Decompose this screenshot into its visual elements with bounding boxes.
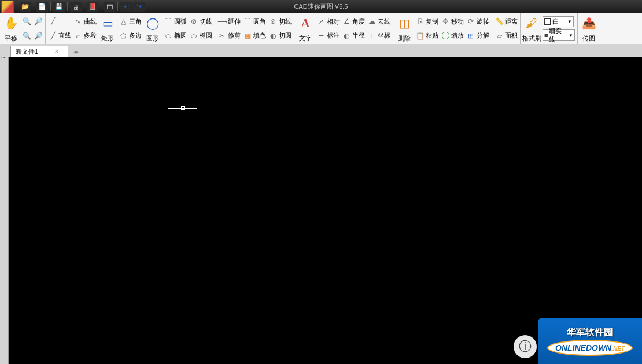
- line-label-button[interactable]: ╱直线: [47, 29, 72, 43]
- coord-button[interactable]: ⊥坐标: [366, 29, 392, 43]
- line-icon2: ╱: [48, 31, 57, 40]
- add-tab-icon[interactable]: ✦: [71, 48, 82, 57]
- watermark-badge: 华军软件园 ONLINEDOWN.NET: [538, 318, 642, 364]
- app-logo[interactable]: [1, 1, 14, 13]
- new-icon[interactable]: 📄: [36, 2, 48, 12]
- mark-button[interactable]: ⊢标注: [315, 29, 341, 43]
- lineweight-select[interactable]: ≡ 细实线 ▼: [543, 29, 575, 41]
- measure-group: 📏距离 ▱面积: [492, 13, 521, 44]
- tangent2-button[interactable]: ⊘切线: [267, 14, 293, 28]
- ellipse-icon: ⬭: [164, 31, 173, 40]
- fill-icon: ▦: [243, 31, 252, 40]
- zoom-out-icon: 🔎: [34, 17, 43, 26]
- zoom-in-button[interactable]: 🔍: [21, 14, 32, 28]
- circle-button[interactable]: ◯ 圆形: [143, 14, 163, 43]
- brush-icon: 🖌: [523, 15, 540, 31]
- radius-button[interactable]: ◐半径: [341, 29, 366, 43]
- paste-button[interactable]: 📋粘贴: [414, 29, 440, 43]
- decompose-icon: ⊞: [466, 31, 475, 40]
- export-icon[interactable]: 📕: [87, 2, 98, 12]
- transfer-icon: 📤: [581, 15, 597, 31]
- color-select[interactable]: 白 ▼: [543, 16, 574, 27]
- rect-icon: ▭: [99, 15, 116, 31]
- line-button[interactable]: ╱: [47, 14, 72, 28]
- copy-button[interactable]: ⎘复制: [414, 14, 440, 28]
- circle-icon: ◯: [145, 15, 161, 31]
- transfer-group: 📤 传图: [578, 13, 600, 44]
- chevron-down-icon: ▼: [567, 19, 572, 24]
- edit-group: ◫ 删除 ⎘复制 📋粘贴 ✥移动 ⛶缩放 ⟳旋转 ⊞分解: [393, 13, 492, 44]
- area-button[interactable]: ▱面积: [493, 29, 519, 43]
- text-button[interactable]: A 文字: [296, 14, 315, 43]
- scale-button[interactable]: ⛶缩放: [440, 29, 465, 43]
- zoom-fit-icon: 🔍: [22, 31, 31, 40]
- transfer-button[interactable]: 📤 传图: [579, 14, 599, 43]
- move-icon: ✥: [441, 17, 450, 26]
- save-icon[interactable]: 💾: [53, 2, 65, 12]
- relative-icon: ↗: [316, 17, 326, 26]
- chevron-down-icon: ▼: [569, 33, 573, 38]
- triangle-button[interactable]: △三角: [117, 14, 143, 28]
- ellipse-button[interactable]: ⬭椭圆: [163, 29, 188, 43]
- badge-corner-icon: ⓘ: [514, 335, 537, 358]
- rotate-button[interactable]: ⟳旋转: [465, 14, 490, 28]
- ellipse2-button[interactable]: ⬭椭圆: [188, 29, 213, 43]
- open-icon[interactable]: 📂: [20, 2, 31, 12]
- copy-icon: ⎘: [415, 17, 425, 26]
- rect-button[interactable]: ▭ 矩形: [98, 14, 117, 43]
- tangent2-icon: ⊘: [268, 17, 278, 26]
- curve-icon: ∿: [73, 17, 83, 26]
- relative-button[interactable]: ↗相对: [315, 14, 341, 28]
- tangent-button[interactable]: ⊘切线: [188, 14, 213, 28]
- trim-icon: ✂: [217, 31, 227, 40]
- rotate-icon: ⟳: [466, 17, 475, 26]
- document-tab[interactable]: 新文件1 ×: [10, 46, 68, 57]
- titlebar: 📂 📄 💾 🖨 📕 🗔 ↶ ↷ CAD迷你画图 V6.5: [0, 0, 642, 13]
- arc-icon: ⌒: [164, 17, 173, 26]
- polygon-button[interactable]: ⬠多边: [117, 29, 143, 43]
- view-group: ✋ 平移 🔍 🔍 🔎 🔎: [0, 13, 46, 44]
- cloud-button[interactable]: ☁云线: [366, 14, 392, 28]
- side-panel[interactable]: 图形: [0, 44, 9, 364]
- hand-icon: ✋: [3, 15, 19, 31]
- window-title: CAD迷你画图 V6.5: [294, 2, 348, 11]
- fill-button[interactable]: ▦填色: [242, 29, 267, 43]
- tabbar: 新文件1 × ✦: [0, 44, 642, 57]
- fillet-button[interactable]: ⌒圆角: [242, 14, 267, 28]
- zoom-all-button[interactable]: 🔎: [32, 29, 44, 43]
- move-button[interactable]: ✥移动: [440, 14, 465, 28]
- ruler-icon: 📏: [495, 17, 504, 26]
- delete-button[interactable]: ◫ 删除: [394, 14, 414, 43]
- distance-button[interactable]: 📏距离: [493, 14, 519, 28]
- line-icon3: ≡: [544, 32, 548, 39]
- badge-cn-text: 华军软件园: [567, 326, 613, 339]
- color-swatch: [544, 18, 551, 25]
- text-icon: A: [297, 15, 313, 31]
- polyline-button[interactable]: ⌐多段: [72, 29, 98, 43]
- format-brush-button[interactable]: 🖌 格式刷: [522, 14, 541, 43]
- angle-button[interactable]: ∠角度: [341, 14, 366, 28]
- angle-icon: ∠: [342, 17, 351, 26]
- text-group: A 文字 ↗相对 ⊢标注 ∠角度 ◐半径 ☁云线 ⊥坐标: [294, 13, 393, 44]
- ellipse2-icon: ⬭: [189, 31, 198, 40]
- eraser-icon: ◫: [396, 15, 412, 31]
- decompose-button[interactable]: ⊞分解: [465, 29, 490, 43]
- zoom-out-button[interactable]: 🔎: [32, 14, 44, 28]
- window-icon[interactable]: 🗔: [104, 2, 115, 12]
- tangentcircle-button[interactable]: ◐切圆: [267, 29, 293, 43]
- triangle-icon: △: [119, 17, 128, 26]
- extend-icon: ⟶: [217, 17, 227, 26]
- zoom-fit-button[interactable]: 🔍: [21, 29, 32, 43]
- undo-icon[interactable]: ↶: [120, 2, 132, 12]
- print-icon[interactable]: 🖨: [70, 2, 82, 12]
- trim-button[interactable]: ✂修剪: [216, 29, 242, 43]
- extend-button[interactable]: ⟶延伸: [216, 14, 242, 28]
- scale-icon: ⛶: [441, 31, 450, 40]
- tab-close-icon[interactable]: ×: [54, 47, 58, 55]
- polyline-icon: ⌐: [73, 31, 83, 40]
- redo-icon[interactable]: ↷: [133, 2, 145, 12]
- arc-button[interactable]: ⌒圆弧: [163, 14, 188, 28]
- format-group: 🖌 格式刷 白 ▼ ≡ 细实线 ▼: [521, 13, 578, 44]
- pan-button[interactable]: ✋ 平移: [1, 14, 21, 43]
- curve-button[interactable]: ∿曲线: [72, 14, 98, 28]
